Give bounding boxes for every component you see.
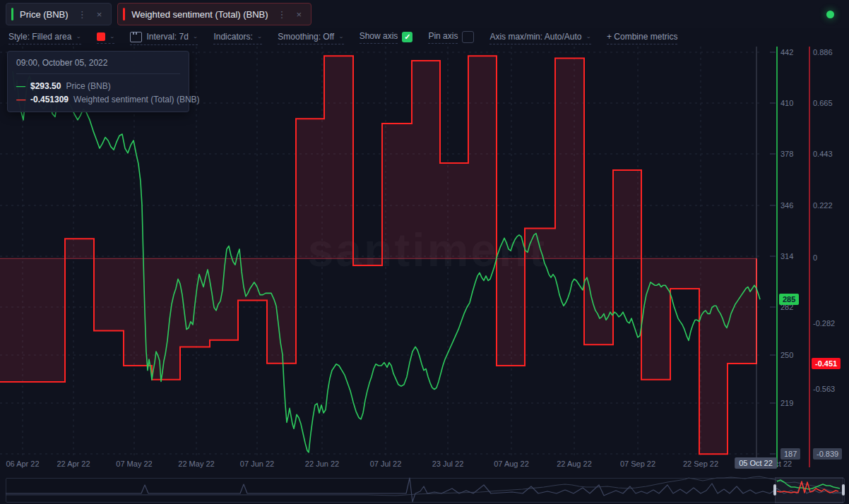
x-axis-date-label: 06 Apr 22 xyxy=(6,460,39,468)
sentiment-axis-tick: -0.282 xyxy=(813,319,835,328)
tooltip-datetime: 09:00, October 05, 2022 xyxy=(16,58,180,74)
navigator-selection-window[interactable] xyxy=(775,477,843,503)
selection-left-handle[interactable] xyxy=(773,484,776,496)
tooltip-price-metric: Price (BNB) xyxy=(66,81,110,91)
sentiment-axis-tick: -0.563 xyxy=(813,385,835,393)
x-axis-date-label: 23 Jul 22 xyxy=(432,460,464,468)
navigator-sparklines xyxy=(0,473,849,504)
sentiment-axis-tick: 0.443 xyxy=(813,150,833,158)
x-axis-date-label: 07 Jul 22 xyxy=(370,460,402,468)
selection-right-handle[interactable] xyxy=(842,484,845,496)
sentiment-legend-dash: — xyxy=(16,94,25,104)
price-axis-tick: 314 xyxy=(780,252,793,260)
x-axis-date-label: 07 Jun 22 xyxy=(240,460,274,468)
sentiment-last-value-badge: -0.451 xyxy=(812,358,841,369)
tooltip-sentiment-metric: Weighted sentiment (Total) (BNB) xyxy=(73,95,200,104)
x-axis-date-label: 22 Sep 22 xyxy=(683,460,718,468)
x-axis-date-label: 22 Apr 22 xyxy=(57,460,90,468)
sentiment-axis-tick: 0 xyxy=(813,253,817,262)
hover-tooltip: 09:00, October 05, 2022 — $293.50 Price … xyxy=(7,51,189,112)
price-last-value-badge: 285 xyxy=(779,294,799,305)
tooltip-price-row: — $293.50 Price (BNB) xyxy=(16,80,180,91)
price-axis-tick: 187 xyxy=(780,448,800,460)
x-axis-date-label: 07 Sep 22 xyxy=(620,460,655,468)
x-axis-date-label: 22 May 22 xyxy=(178,460,214,468)
price-axis-tick: 410 xyxy=(780,99,793,107)
price-axis-tick: 442 xyxy=(780,48,793,56)
price-legend-dash: — xyxy=(16,80,25,91)
x-axis-date-label: 22 Aug 22 xyxy=(557,460,592,468)
sentiment-axis-tick: 0.886 xyxy=(813,48,833,56)
tooltip-sentiment-value: -0.451309 xyxy=(30,95,69,104)
chart-area[interactable]: santiment 4424103783463142822502191870.8… xyxy=(0,0,849,504)
tooltip-price-value: $293.50 xyxy=(30,81,61,91)
santiment-chart-app: Price (BNB) ⋮ × Weighted sentiment (Tota… xyxy=(0,0,849,504)
crosshair-date-badge: 05 Oct 22 xyxy=(735,457,777,469)
sentiment-axis-tick: 0.222 xyxy=(813,201,833,210)
price-axis-tick: 378 xyxy=(780,150,793,158)
x-axis-date-label: 22 Jun 22 xyxy=(305,460,339,468)
sentiment-axis-tick: -0.839 xyxy=(813,448,842,460)
sentiment-axis-tick: 0.665 xyxy=(813,99,833,107)
tooltip-sentiment-row: — -0.451309 Weighted sentiment (Total) (… xyxy=(16,94,180,104)
price-axis-tick: 250 xyxy=(780,351,793,359)
x-axis-date-label: 07 Aug 22 xyxy=(494,460,529,468)
price-axis-tick: 346 xyxy=(780,201,793,210)
price-axis-tick: 219 xyxy=(780,399,793,407)
x-axis-date-label: 07 May 22 xyxy=(116,460,152,468)
